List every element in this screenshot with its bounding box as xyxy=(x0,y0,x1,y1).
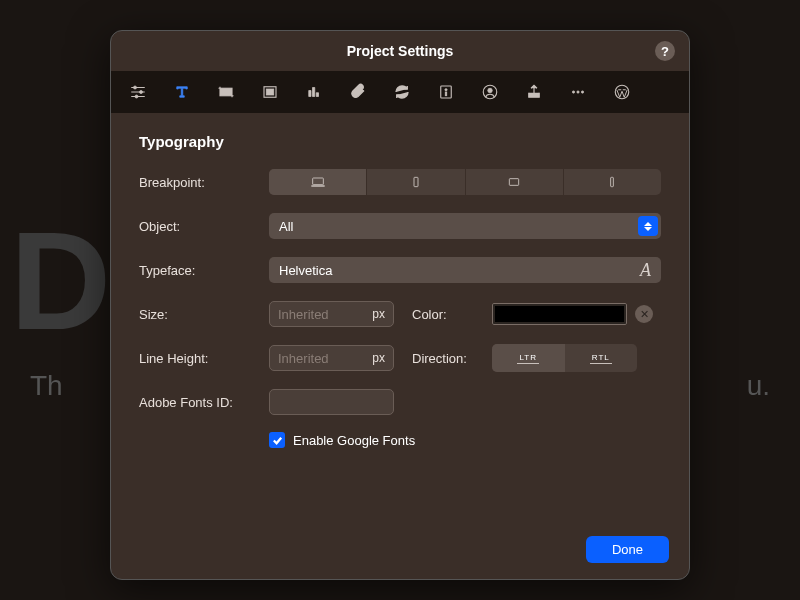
google-fonts-row: Enable Google Fonts xyxy=(269,432,661,448)
typography-icon[interactable] xyxy=(171,81,193,103)
direction-rtl[interactable]: RTL xyxy=(565,344,638,372)
user-icon[interactable] xyxy=(479,81,501,103)
adobe-fonts-label: Adobe Fonts ID: xyxy=(139,395,269,410)
color-label: Color: xyxy=(412,307,492,322)
crop-icon[interactable] xyxy=(215,81,237,103)
svg-point-13 xyxy=(581,91,583,93)
breakpoint-row: Breakpoint: xyxy=(139,168,661,196)
breakpoint-tablet-portrait[interactable] xyxy=(367,169,465,195)
svg-point-7 xyxy=(445,89,447,91)
color-well[interactable] xyxy=(492,303,627,325)
dialog-footer: Done xyxy=(111,520,689,579)
lineheight-placeholder: Inherited xyxy=(278,351,329,366)
project-settings-dialog: Project Settings ? Typography Breakpoint… xyxy=(110,30,690,580)
done-button[interactable]: Done xyxy=(586,536,669,563)
image-icon[interactable] xyxy=(259,81,281,103)
object-row: Object: All xyxy=(139,212,661,240)
lineheight-input[interactable]: Inherited px xyxy=(269,345,394,371)
svg-rect-8 xyxy=(445,92,447,96)
google-fonts-checkbox[interactable] xyxy=(269,432,285,448)
help-button[interactable]: ? xyxy=(655,41,675,61)
breakpoint-segmented-control xyxy=(269,169,661,195)
breakpoint-laptop[interactable] xyxy=(269,169,367,195)
svg-point-10 xyxy=(488,88,493,93)
more-icon[interactable] xyxy=(567,81,589,103)
color-clear-button[interactable]: ✕ xyxy=(635,305,653,323)
section-title: Typography xyxy=(139,133,661,150)
breakpoint-label: Breakpoint: xyxy=(139,175,269,190)
svg-rect-3 xyxy=(220,88,232,96)
svg-point-2 xyxy=(135,95,138,98)
breakpoint-tablet-landscape[interactable] xyxy=(466,169,564,195)
size-unit: px xyxy=(372,307,385,321)
svg-rect-5 xyxy=(266,89,274,95)
direction-ltr[interactable]: LTR xyxy=(492,344,565,372)
lineheight-direction-row: Line Height: Inherited px Direction: LTR… xyxy=(139,344,661,372)
typeface-select[interactable]: Helvetica A xyxy=(269,257,661,283)
direction-label: Direction: xyxy=(412,351,492,366)
select-arrows-icon xyxy=(638,216,658,236)
background-subtext-right: u. xyxy=(747,370,770,402)
settings-content: Typography Breakpoint: Object: All Typef… xyxy=(111,113,689,520)
svg-rect-16 xyxy=(414,177,418,186)
share-icon[interactable] xyxy=(523,81,545,103)
adobe-fonts-input[interactable] xyxy=(269,389,394,415)
chart-icon[interactable] xyxy=(303,81,325,103)
wordpress-icon[interactable] xyxy=(611,81,633,103)
typeface-label: Typeface: xyxy=(139,263,269,278)
size-placeholder: Inherited xyxy=(278,307,329,322)
typeface-value: Helvetica xyxy=(279,263,332,278)
settings-toolbar xyxy=(111,71,689,113)
svg-point-11 xyxy=(572,91,574,93)
direction-segmented-control: LTR RTL xyxy=(492,344,637,372)
svg-rect-15 xyxy=(312,178,323,185)
object-select[interactable]: All xyxy=(269,213,661,239)
object-value: All xyxy=(279,219,293,234)
svg-point-0 xyxy=(134,86,137,89)
sliders-icon[interactable] xyxy=(127,81,149,103)
size-input[interactable]: Inherited px xyxy=(269,301,394,327)
attachment-icon[interactable] xyxy=(347,81,369,103)
breakpoint-phone[interactable] xyxy=(564,169,661,195)
lineheight-label: Line Height: xyxy=(139,351,269,366)
dialog-title: Project Settings xyxy=(347,43,454,59)
typeface-row: Typeface: Helvetica A xyxy=(139,256,661,284)
lineheight-unit: px xyxy=(372,351,385,365)
titlebar: Project Settings ? xyxy=(111,31,689,71)
adobe-fonts-row: Adobe Fonts ID: xyxy=(139,388,661,416)
font-preview-icon: A xyxy=(640,260,651,281)
background-text: D xyxy=(10,200,106,362)
info-icon[interactable] xyxy=(435,81,457,103)
object-label: Object: xyxy=(139,219,269,234)
background-subtext-left: Th xyxy=(30,370,63,402)
svg-point-1 xyxy=(140,91,143,94)
size-color-row: Size: Inherited px Color: ✕ xyxy=(139,300,661,328)
size-label: Size: xyxy=(139,307,269,322)
svg-point-12 xyxy=(577,91,579,93)
svg-rect-18 xyxy=(611,177,614,186)
svg-rect-17 xyxy=(509,179,518,186)
google-fonts-label: Enable Google Fonts xyxy=(293,433,415,448)
refresh-icon[interactable] xyxy=(391,81,413,103)
